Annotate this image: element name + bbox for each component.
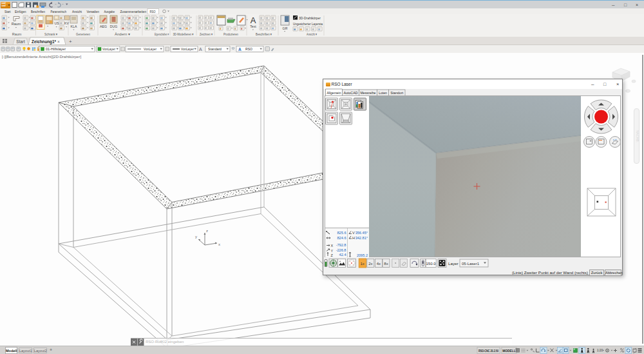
svg-text:z: z xyxy=(206,229,208,233)
svg-text:01-Hilfslayer: 01-Hilfslayer xyxy=(46,47,66,51)
svg-text:42.4: 42.4 xyxy=(339,253,346,257)
svg-text:GR: GR xyxy=(283,26,288,30)
svg-text:AEG: AEG xyxy=(100,25,107,28)
svg-text:Layer: Layer xyxy=(448,261,458,266)
svg-text:3D-Modellieren ▾: 3D-Modellieren ▾ xyxy=(173,32,194,36)
svg-text:Zeichnen ▾: Zeichnen ▾ xyxy=(200,32,213,36)
svg-text:Allgemein: Allgemein xyxy=(327,91,341,95)
svg-text:Parametrisch: Parametrisch xyxy=(51,9,67,14)
svg-text:356.45°: 356.45° xyxy=(355,231,368,235)
svg-text:A: A xyxy=(251,15,256,25)
svg-text:342.81°: 342.81° xyxy=(355,236,368,240)
svg-text:150.0: 150.0 xyxy=(426,262,436,266)
svg-text:Start: Start xyxy=(5,9,11,14)
svg-text:1x: 1x xyxy=(361,262,365,266)
svg-text:Produzieren: Produzieren xyxy=(223,32,238,36)
svg-text:Standort: Standort xyxy=(390,91,403,95)
svg-text:H: H xyxy=(352,236,355,240)
svg-text:Schrank ▾: Schrank ▾ xyxy=(44,32,57,36)
svg-text:KLA: KLA xyxy=(71,25,77,28)
svg-text:Beschriften: Beschriften xyxy=(31,9,45,14)
svg-text:y: y xyxy=(195,235,197,239)
svg-text:2x: 2x xyxy=(368,262,372,266)
svg-text:-792.8: -792.8 xyxy=(336,243,346,247)
svg-text:US: US xyxy=(54,21,59,25)
svg-text:RSO: RSO xyxy=(245,47,253,51)
svg-text:Ansicht: Ansicht xyxy=(72,9,82,14)
svg-text:3D-Drahtkörper: 3D-Drahtkörper xyxy=(299,16,321,20)
svg-text:825.6: 825.6 xyxy=(337,231,346,235)
svg-text:KV: KV xyxy=(64,21,69,25)
svg-text:Ändern ▾: Ändern ▾ xyxy=(115,32,130,36)
svg-text:Einfügen: Einfügen xyxy=(15,9,26,14)
svg-text:Raum: Raum xyxy=(12,22,21,26)
svg-text:Loten: Loten xyxy=(379,91,387,95)
svg-text:2095.2: 2095.2 xyxy=(357,253,368,257)
svg-text:A: A xyxy=(238,47,242,52)
svg-text:8x: 8x xyxy=(384,262,388,266)
svg-text:VonLayer: VonLayer xyxy=(181,47,194,51)
svg-text:MODELL: MODELL xyxy=(502,349,515,353)
svg-text:Ungesicherter Layersta: Ungesicherter Layersta xyxy=(293,22,323,26)
svg-text:Generieren: Generieren xyxy=(76,32,90,36)
svg-text:×: × xyxy=(57,39,60,44)
svg-text:-226.8: -226.8 xyxy=(336,248,346,252)
svg-text:Ausgabe: Ausgabe xyxy=(104,9,115,14)
svg-text:A: A xyxy=(199,47,202,52)
svg-text:Text: Text xyxy=(250,25,256,28)
svg-text:Zusammenarbeiten: Zusammenarbeiten xyxy=(120,9,147,14)
svg-text:X: X xyxy=(331,244,334,248)
svg-text:Messreihe: Messreihe xyxy=(361,91,376,95)
svg-text:V: V xyxy=(352,231,355,235)
svg-text:DUG: DUG xyxy=(110,25,118,28)
svg-text:Beschriften ▾: Beschriften ▾ xyxy=(256,32,272,36)
svg-text:05-Laser1: 05-Laser1 xyxy=(462,262,480,266)
svg-text:Eigenschaften ▾: Eigenschaften ▾ xyxy=(155,32,169,36)
svg-text:RSO: RSO xyxy=(150,9,156,14)
svg-text:Raum: Raum xyxy=(12,32,22,36)
svg-text:Verwalten: Verwalten xyxy=(87,9,100,14)
svg-text:VonLayer: VonLayer xyxy=(144,47,156,51)
svg-text:+: + xyxy=(69,39,72,44)
svg-text:[-][Benutzerdefinierte Ansicht: [-][Benutzerdefinierte Ansicht][2D-Draht… xyxy=(2,55,81,59)
svg-text:Standard: Standard xyxy=(208,47,222,51)
svg-text:x: x xyxy=(218,242,220,246)
svg-text:4x: 4x xyxy=(377,262,381,266)
svg-text:Start: Start xyxy=(16,39,25,44)
svg-text:Zeichnung1*: Zeichnung1* xyxy=(32,39,56,44)
svg-text:824.6: 824.6 xyxy=(337,236,346,240)
svg-text:1:20: 1:20 xyxy=(597,349,603,352)
svg-text:Y: Y xyxy=(331,249,334,253)
svg-text:RSO-CNC 20.2.50: RSO-CNC 20.2.50 xyxy=(478,349,498,353)
svg-text:AutoCAD: AutoCAD xyxy=(344,91,358,95)
svg-text:Ansicht ▾: Ansicht ▾ xyxy=(307,32,317,36)
svg-text:VonLayer: VonLayer xyxy=(102,47,115,51)
